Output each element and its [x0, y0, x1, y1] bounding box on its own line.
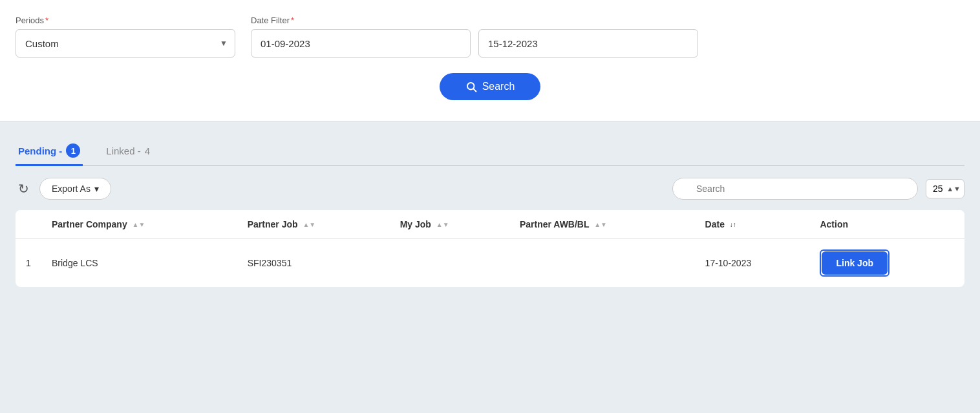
filters-row: Periods* CustomMonthlyQuarterlyYearly ▼ …: [16, 16, 964, 58]
date-filter-group: Date Filter*: [251, 16, 698, 58]
sort-icon-date: ↓↑: [730, 222, 736, 228]
sort-icon: ▲▼: [133, 222, 145, 228]
top-panel: Periods* CustomMonthlyQuarterlyYearly ▼ …: [0, 0, 980, 122]
row-action: Link Job: [809, 239, 964, 288]
page-size-select[interactable]: 25 50 100: [926, 179, 964, 198]
row-my-job: [390, 239, 509, 288]
col-partner-company[interactable]: Partner Company ▲▼: [41, 210, 237, 239]
row-partner-job: SFI230351: [237, 239, 390, 288]
table-header-row: Partner Company ▲▼ Partner Job ▲▼ My Job…: [16, 210, 964, 239]
table-row: 1 Bridge LCS SFI230351 17-10-2023 Link J…: [16, 239, 964, 288]
periods-select[interactable]: CustomMonthlyQuarterlyYearly: [16, 29, 235, 58]
refresh-icon: ↻: [18, 181, 29, 196]
table-controls: ↻ Export As ▾ 25 50: [16, 166, 964, 210]
chevron-down-icon: ▾: [94, 184, 99, 194]
export-label: Export As: [52, 184, 91, 194]
tab-linked-label: Linked -: [106, 145, 140, 156]
col-date[interactable]: Date ↓↑: [695, 210, 810, 239]
col-num: [16, 210, 41, 239]
refresh-button[interactable]: ↻: [16, 178, 32, 199]
col-partner-job[interactable]: Partner Job ▲▼: [237, 210, 390, 239]
row-partner-company: Bridge LCS: [41, 239, 237, 288]
table-search-wrapper: [672, 178, 918, 200]
date-to-input[interactable]: [478, 29, 698, 58]
period-select-wrapper: CustomMonthlyQuarterlyYearly ▼: [16, 29, 235, 58]
date-from-input[interactable]: [251, 29, 471, 58]
row-partner-awb-bl: [509, 239, 695, 288]
col-action: Action: [809, 210, 964, 239]
tab-pending-label: Pending -: [18, 145, 62, 156]
bottom-section: Pending - 1 Linked - 4 ↻ Export As ▾: [0, 122, 980, 302]
date-inputs-row: [251, 29, 698, 58]
sort-icon: ▲▼: [436, 222, 449, 228]
col-partner-awb-bl[interactable]: Partner AWB/BL ▲▼: [509, 210, 695, 239]
tabs-row: Pending - 1 Linked - 4: [16, 137, 964, 166]
row-num: 1: [16, 239, 41, 288]
sort-icon: ▲▼: [303, 222, 315, 228]
link-job-button[interactable]: Link Job: [822, 251, 888, 275]
export-as-button[interactable]: Export As ▾: [39, 178, 111, 200]
col-my-job[interactable]: My Job ▲▼: [390, 210, 509, 239]
tab-linked-count: 4: [145, 145, 150, 156]
right-controls: 25 50 100 ▲▼: [672, 178, 964, 200]
periods-filter-group: Periods* CustomMonthlyQuarterlyYearly ▼: [16, 16, 235, 58]
tab-pending-badge: 1: [66, 143, 80, 158]
link-job-wrapper: Link Job: [820, 249, 889, 277]
left-controls: ↻ Export As ▾: [16, 178, 111, 200]
sort-icon: ▲▼: [594, 222, 607, 228]
tab-pending[interactable]: Pending - 1: [16, 137, 83, 166]
tab-linked[interactable]: Linked - 4: [103, 139, 153, 165]
periods-label: Periods*: [16, 16, 235, 25]
search-icon: [465, 81, 477, 92]
date-filter-label: Date Filter*: [251, 16, 698, 25]
row-date: 17-10-2023: [695, 239, 810, 288]
search-center: Search: [16, 73, 964, 100]
page-size-wrapper: 25 50 100 ▲▼: [926, 179, 964, 198]
svg-line-1: [473, 89, 476, 91]
table-section: Partner Company ▲▼ Partner Job ▲▼ My Job…: [16, 210, 964, 302]
search-button[interactable]: Search: [440, 73, 541, 100]
table-search-input[interactable]: [672, 178, 918, 200]
data-table: Partner Company ▲▼ Partner Job ▲▼ My Job…: [16, 210, 964, 287]
